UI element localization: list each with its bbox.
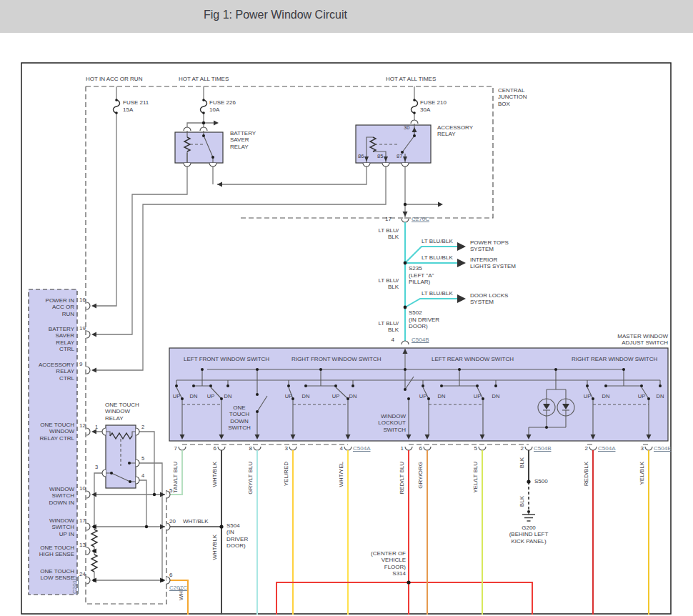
branch-wire-1: LT BLU/BLK [422, 238, 453, 244]
connector-c270c: C270C [412, 216, 429, 222]
module-pin19-label: BATTERY SAVER RELAY CTRL [29, 326, 74, 353]
connector-c504b-top: C504B [412, 337, 429, 343]
branch-target-interior-lights: INTERIOR LIGHTS SYSTEM [470, 257, 516, 270]
lf-dn1: DN [189, 394, 199, 400]
module-pin24-label: ONE TOUCH LOW SENSE [29, 568, 74, 582]
rail-hot-in-acc-label: HOT IN ACC OR RUN [86, 76, 142, 82]
wire-blk-1: BLK [519, 457, 525, 468]
fuse-210-rating: 30A [420, 106, 430, 113]
fuse-211-name: FUSE 211 [123, 99, 149, 106]
rr-up2: UP [637, 394, 647, 400]
fuse-210-name: FUSE 210 [420, 99, 447, 106]
acc-relay-pin87: 87 [397, 154, 402, 160]
lf-up2: UP [206, 394, 216, 400]
module-pin10-num: 10 [79, 485, 86, 492]
otr-pin3: 3 [95, 465, 98, 471]
ground-g200-label: G200 (BEHIND LEFT KICK PANEL) [499, 525, 559, 545]
window-lockout-switch-label: WINDOW LOCKOUT SWITCH [363, 413, 406, 433]
splice-s502-name: S502 [409, 309, 422, 316]
out-pin-6b: 6 [412, 445, 422, 452]
fuse-226-name: FUSE 226 [209, 99, 236, 106]
wire-gry-lt-blu: GRY/LT BLU [247, 462, 254, 495]
module-pin9-label: ACCESSORY RELAY CTRL [29, 362, 74, 382]
module-pin12-label: ONE TOUCH WINDOW RELAY CTRL [29, 422, 74, 442]
wire-yel-blk: YEL/BLK [639, 462, 645, 485]
out-pin-3a: 3 [278, 445, 288, 452]
connector-c504a-2: C504A [598, 445, 615, 452]
section-right-front: RIGHT FRONT WINDOW SWITCH [291, 356, 381, 362]
feed-wire-label-1: LT BLU/ BLK [366, 227, 399, 241]
out-pin-7: 7 [167, 445, 177, 452]
one-touch-down-switch-label: ONE TOUCH DOWN SWITCH [226, 404, 253, 432]
master-switch-label: MASTER WINDOW ADJUST SWITCH [589, 333, 668, 347]
module-pin16-label: POWER IN ACC OR RUN [29, 297, 74, 317]
splice-s235-location: (LEFT "A" PILLAR) [409, 272, 434, 286]
section-left-front: LEFT FRONT WINDOW SWITCH [184, 356, 269, 362]
door-conn-pin20-wire: WHT/BLK [183, 518, 209, 525]
fuse-226-rating: 10A [209, 106, 219, 113]
lr-dn2: DN [491, 394, 501, 400]
diagram-frame [21, 63, 671, 614]
wire-yel-red: YEL/RED [283, 462, 289, 486]
branch-target-power-tops: POWER TOPS SYSTEM [470, 239, 509, 253]
door-conn-pin5: 5 [169, 487, 172, 494]
wire-tan-lt-blu: TAN/LT BLU [172, 462, 179, 493]
out-pin-4: 4 [333, 445, 343, 452]
door-conn-pin6: 6 [169, 572, 172, 578]
wire-red-lt-blu: RED/LT BLU [399, 462, 405, 495]
lf-up1: UP [171, 394, 181, 400]
rail-hot-at-all-times-1-label: HOT AT ALL TIMES [179, 76, 229, 82]
connector-c201d: C201D [71, 576, 78, 594]
central-junction-box-label: CENTRAL JUNCTION BOX [498, 87, 527, 107]
wire-wht-blk-1: WHT/BLK [211, 462, 218, 487]
out-pin-5: 5 [467, 445, 477, 452]
module-pin17-label: WINDOW SWITCH UP IN [29, 517, 74, 537]
lr-dn1: DN [437, 394, 447, 400]
accessory-relay-label: ACCESSORY RELAY [437, 124, 473, 138]
c504b-pin4: 4 [384, 337, 394, 343]
acc-relay-pin85: 85 [377, 154, 383, 160]
splice-s504-label: S504 (IN DRIVER DOOR) [226, 522, 248, 550]
module-pin9-num: 9 [79, 361, 82, 367]
wiring-diagram-page: Fig 1: Power Window Circuit [0, 0, 693, 616]
wire-red-blk: RED/BLK [583, 462, 589, 486]
wire-wht-yel: WHT/YEL [338, 462, 344, 487]
module-pin12-num: 12 [79, 422, 86, 429]
battery-saver-relay-box [175, 132, 223, 163]
splice-s314-label: (CENTER OF VEHICLE FLOOR) S314 [356, 550, 406, 577]
wiring-svg [0, 0, 693, 616]
wire-wht-blk-2: WHT/BLK [211, 535, 218, 560]
door-conn-pin20: 20 [169, 518, 176, 525]
splice-s235-name: S235 [409, 265, 422, 272]
rf-up2: UP [331, 394, 341, 400]
module-pin17-num: 17 [79, 517, 86, 524]
out-pin-3b: 3 [634, 445, 644, 452]
rf-up1: UP [284, 394, 294, 400]
rr-dn1: DN [601, 394, 611, 400]
out-pin-2b: 2 [578, 445, 588, 452]
lr-up1: UP [418, 394, 428, 400]
splice-s500: S500 [534, 478, 548, 485]
ground-icon [522, 510, 535, 521]
out-pin-8: 8 [242, 445, 252, 452]
fuse-211-rating: 15A [123, 106, 133, 113]
out-pin-6a: 6 [206, 445, 216, 452]
otr-pin2: 2 [141, 424, 144, 431]
acc-relay-pin86: 86 [358, 154, 364, 160]
branch-wire-2: LT BLU/BLK [422, 254, 453, 261]
out-pin-2a: 2 [514, 445, 524, 452]
connector-c504b-1: C504B [534, 445, 551, 452]
otr-pin5: 5 [141, 456, 144, 462]
module-pin10-label: WINDOW SWITCH DOWN IN [29, 486, 74, 506]
out-pin-1: 1 [394, 445, 404, 452]
section-left-rear: LEFT REAR WINDOW SWITCH [432, 356, 514, 362]
branch-target-door-locks: DOOR LOCKS SYSTEM [470, 292, 508, 306]
connector-c504b-2: C504B [654, 445, 671, 452]
battery-saver-relay-label: BATTERY SAVER RELAY [230, 130, 256, 150]
otr-pin1: 1 [95, 424, 98, 431]
feed-wire-label-3: LT BLU/ BLK [366, 320, 399, 334]
module-pin24-num: 24 [79, 571, 86, 577]
rr-up1: UP [582, 394, 592, 400]
rail-hot-at-all-times-2-label: HOT AT ALL TIMES [386, 76, 436, 82]
section-right-rear: RIGHT REAR WINDOW SWITCH [572, 356, 657, 362]
